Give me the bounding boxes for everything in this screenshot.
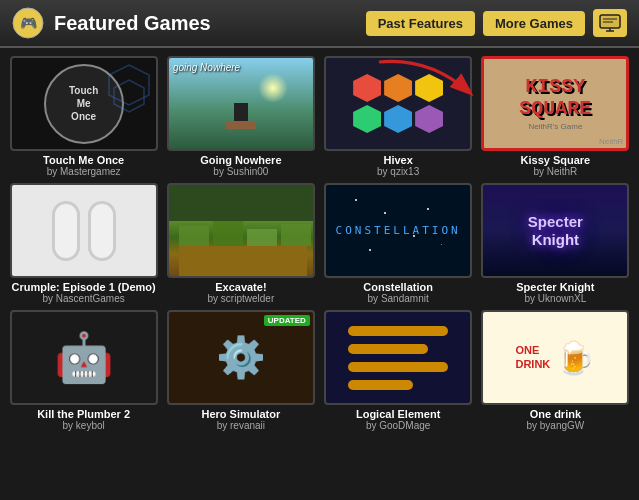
game-title-one-drink: One drink [530, 408, 581, 420]
game-author-crumple: by NascentGames [42, 293, 124, 304]
app-container: 🎮 Featured Games Past Features More Game… [0, 0, 639, 439]
game-title-touch-me-once: Touch Me Once [43, 154, 124, 166]
going-nowhere-thumb-title: going Nowhere [173, 62, 240, 73]
games-area: TouchMeOnce Touch Me Once by Mastergamez… [0, 48, 639, 439]
game-author-logical-element: by GooDMage [366, 420, 430, 431]
hero-robot-emoji: ⚙️ [216, 334, 266, 381]
game-title-excavate: Excavate! [215, 281, 266, 293]
game-author-touch-me-once: by Mastergamez [47, 166, 121, 177]
game-title-hivex: Hivex [383, 154, 412, 166]
arrow-annotation [369, 52, 489, 116]
kissy-title-line1: KISSY [519, 76, 591, 98]
crumple-pill-2 [88, 201, 116, 261]
svg-rect-12 [247, 229, 277, 246]
logical-line-2 [348, 344, 428, 354]
logical-line-1 [348, 326, 448, 336]
svg-rect-11 [213, 221, 243, 246]
svg-rect-13 [281, 224, 311, 246]
game-thumb-one-drink: ONEDRINK 🍺 [481, 310, 629, 405]
game-item-touch-me-once[interactable]: TouchMeOnce Touch Me Once by Mastergamez [8, 56, 159, 177]
game-item-one-drink[interactable]: ONEDRINK 🍺 One drink by byangGW [480, 310, 631, 431]
page-title: Featured Games [54, 12, 358, 35]
kissy-title-line2: SQUARE [519, 98, 591, 120]
game-author-excavate: by scriptwelder [208, 293, 275, 304]
kissy-square-content: KISSY SQUARE [519, 76, 591, 120]
game-title-hero-simulator: Hero Simulator [201, 408, 280, 420]
svg-marker-9 [114, 80, 144, 112]
going-nowhere-character [234, 103, 248, 121]
more-games-button[interactable]: More Games [483, 11, 585, 36]
past-features-button[interactable]: Past Features [366, 11, 475, 36]
going-nowhere-light [258, 73, 288, 103]
touch-me-once-inner-text: TouchMeOnce [69, 84, 98, 123]
game-thumb-logical-element [324, 310, 472, 405]
game-item-constellation[interactable]: CONSTELLATION Constellation by Sandamnit [323, 183, 474, 304]
crumple-pill-1 [52, 201, 80, 261]
going-nowhere-platform [226, 121, 256, 129]
logical-line-4 [348, 380, 413, 390]
crumple-shapes [52, 201, 116, 261]
game-thumb-constellation: CONSTELLATION [324, 183, 472, 278]
game-item-kissy-square[interactable]: KISSY SQUARE NeithR's Game NeithR Kissy … [480, 56, 631, 177]
game-thumb-touch-me-once: TouchMeOnce [10, 56, 158, 151]
game-author-kissy-square: by NeithR [533, 166, 577, 177]
game-author-hero-simulator: by revanaii [217, 420, 265, 431]
specter-text-line1: Specter [528, 213, 583, 231]
game-item-excavate[interactable]: excavate! Excavate! by scriptwelder [165, 183, 316, 304]
games-grid: TouchMeOnce Touch Me Once by Mastergamez… [8, 56, 631, 431]
svg-rect-10 [179, 226, 209, 246]
specter-text-line2: Knight [528, 231, 583, 249]
hex-pattern-overlay [104, 60, 154, 130]
game-title-logical-element: Logical Element [356, 408, 440, 420]
game-author-one-drink: by byangGW [526, 420, 584, 431]
hero-simulator-updated-badge: UPDATED [264, 315, 310, 326]
game-thumb-kissy-square: KISSY SQUARE NeithR's Game NeithR [481, 56, 629, 151]
header-icon: 🎮 [12, 7, 44, 39]
specter-knight-thumb-text: Specter Knight [528, 213, 583, 249]
game-title-crumple: Crumple: Episode 1 (Demo) [12, 281, 156, 293]
game-title-kill-plumber-2: Kill the Plumber 2 [37, 408, 130, 420]
one-drink-text: ONEDRINK [515, 344, 550, 370]
header: 🎮 Featured Games Past Features More Game… [0, 0, 639, 48]
game-author-hivex: by qzix13 [377, 166, 419, 177]
game-item-crumple[interactable]: Crumple: Episode 1 (Demo) by NascentGame… [8, 183, 159, 304]
game-title-going-nowhere: Going Nowhere [200, 154, 281, 166]
game-title-constellation: Constellation [363, 281, 433, 293]
game-title-kissy-square: Kissy Square [521, 154, 591, 166]
game-author-constellation: by Sandamnit [368, 293, 429, 304]
monitor-icon[interactable] [593, 9, 627, 37]
game-thumb-kill-plumber-2: 🤖 [10, 310, 158, 405]
plumber-character: 🤖 [54, 330, 114, 386]
game-item-hero-simulator[interactable]: UPDATED ⚙️ Hero Simulator by revanaii [165, 310, 316, 431]
kissy-corner-label: NeithR [599, 137, 623, 146]
game-thumb-hero-simulator: UPDATED ⚙️ [167, 310, 315, 405]
game-item-specter-knight[interactable]: Specter Knight Specter Knight by UknownX… [480, 183, 631, 304]
game-thumb-excavate: excavate! [167, 183, 315, 278]
game-thumb-specter-knight: Specter Knight [481, 183, 629, 278]
game-thumb-crumple [10, 183, 158, 278]
logical-line-3 [348, 362, 448, 372]
game-title-specter-knight: Specter Knight [516, 281, 594, 293]
kissy-subtitle: NeithR's Game [528, 122, 582, 131]
svg-rect-14 [179, 246, 307, 276]
svg-marker-8 [109, 65, 149, 105]
logical-lines-container [348, 326, 448, 390]
game-author-kill-plumber-2: by keybol [63, 420, 105, 431]
game-item-going-nowhere[interactable]: going Nowhere Going Nowhere by Sushin00 [165, 56, 316, 177]
excavate-scene [169, 221, 313, 276]
game-author-going-nowhere: by Sushin00 [213, 166, 268, 177]
game-thumb-going-nowhere: going Nowhere [167, 56, 315, 151]
one-drink-cup-icon: 🍺 [555, 339, 595, 377]
game-item-kill-plumber-2[interactable]: 🤖 Kill the Plumber 2 by keybol [8, 310, 159, 431]
svg-text:🎮: 🎮 [20, 15, 38, 32]
game-item-logical-element[interactable]: Logical Element by GooDMage [323, 310, 474, 431]
game-author-specter-knight: by UknownXL [525, 293, 587, 304]
